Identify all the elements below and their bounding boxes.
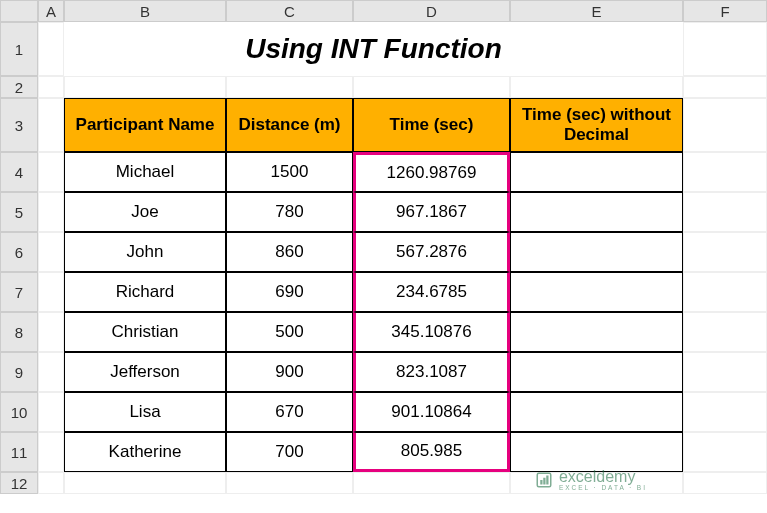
cell-F12[interactable]: [683, 472, 767, 494]
cell-B2[interactable]: [64, 76, 226, 98]
row-header-6[interactable]: 6: [0, 232, 38, 272]
cell-A1[interactable]: [38, 22, 64, 76]
cell-D8[interactable]: 345.10876: [353, 312, 510, 352]
cell-A2[interactable]: [38, 76, 64, 98]
col-header-B[interactable]: B: [64, 0, 226, 22]
cell-E4[interactable]: [510, 152, 683, 192]
col-header-A[interactable]: A: [38, 0, 64, 22]
cell-F11[interactable]: [683, 432, 767, 472]
cell-D2[interactable]: [353, 76, 510, 98]
cell-D10[interactable]: 901.10864: [353, 392, 510, 432]
row-header-8[interactable]: 8: [0, 312, 38, 352]
cell-B4[interactable]: Michael: [64, 152, 226, 192]
cell-F1[interactable]: [683, 22, 767, 76]
cell-E12[interactable]: [510, 472, 683, 494]
col-header-C[interactable]: C: [226, 0, 353, 22]
cell-C6[interactable]: 860: [226, 232, 353, 272]
cell-A8[interactable]: [38, 312, 64, 352]
cell-C4[interactable]: 1500: [226, 152, 353, 192]
cell-F3[interactable]: [683, 98, 767, 152]
table-header-name[interactable]: Participant Name: [64, 98, 226, 152]
cell-C10[interactable]: 670: [226, 392, 353, 432]
cell-E9[interactable]: [510, 352, 683, 392]
cell-D11[interactable]: 805.985: [353, 432, 510, 472]
table-header-time[interactable]: Time (sec): [353, 98, 510, 152]
cell-C5[interactable]: 780: [226, 192, 353, 232]
row-header-1[interactable]: 1: [0, 22, 38, 76]
cell-A6[interactable]: [38, 232, 64, 272]
cell-D7[interactable]: 234.6785: [353, 272, 510, 312]
cell-F2[interactable]: [683, 76, 767, 98]
cell-F9[interactable]: [683, 352, 767, 392]
cell-A11[interactable]: [38, 432, 64, 472]
table-header-distance[interactable]: Distance (m): [226, 98, 353, 152]
row-header-7[interactable]: 7: [0, 272, 38, 312]
cell-B6[interactable]: John: [64, 232, 226, 272]
cell-B10[interactable]: Lisa: [64, 392, 226, 432]
cell-C7[interactable]: 690: [226, 272, 353, 312]
cell-F8[interactable]: [683, 312, 767, 352]
cell-E8[interactable]: [510, 312, 683, 352]
cell-C2[interactable]: [226, 76, 353, 98]
row-header-10[interactable]: 10: [0, 392, 38, 432]
cell-A5[interactable]: [38, 192, 64, 232]
cell-B7[interactable]: Richard: [64, 272, 226, 312]
cell-D6[interactable]: 567.2876: [353, 232, 510, 272]
row-header-5[interactable]: 5: [0, 192, 38, 232]
cell-D9[interactable]: 823.1087: [353, 352, 510, 392]
cell-A9[interactable]: [38, 352, 64, 392]
cell-C12[interactable]: [226, 472, 353, 494]
cell-F10[interactable]: [683, 392, 767, 432]
row-header-4[interactable]: 4: [0, 152, 38, 192]
row-header-3[interactable]: 3: [0, 98, 38, 152]
cell-D12[interactable]: [353, 472, 510, 494]
row-header-9[interactable]: 9: [0, 352, 38, 392]
select-all-corner[interactable]: [0, 0, 38, 22]
cell-D4[interactable]: 1260.98769: [353, 152, 510, 192]
cell-D5[interactable]: 967.1867: [353, 192, 510, 232]
col-header-E[interactable]: E: [510, 0, 683, 22]
cell-E6[interactable]: [510, 232, 683, 272]
cell-A7[interactable]: [38, 272, 64, 312]
cell-A10[interactable]: [38, 392, 64, 432]
row-header-12[interactable]: 12: [0, 472, 38, 494]
cell-A4[interactable]: [38, 152, 64, 192]
spreadsheet-grid: A B C D E F 1 Using INT Function 2 3 Par…: [0, 0, 767, 494]
row-header-2[interactable]: 2: [0, 76, 38, 98]
cell-A12[interactable]: [38, 472, 64, 494]
col-header-F[interactable]: F: [683, 0, 767, 22]
cell-E5[interactable]: [510, 192, 683, 232]
cell-C11[interactable]: 700: [226, 432, 353, 472]
cell-C9[interactable]: 900: [226, 352, 353, 392]
row-header-11[interactable]: 11: [0, 432, 38, 472]
cell-B8[interactable]: Christian: [64, 312, 226, 352]
cell-F6[interactable]: [683, 232, 767, 272]
cell-B12[interactable]: [64, 472, 226, 494]
cell-F5[interactable]: [683, 192, 767, 232]
cell-F7[interactable]: [683, 272, 767, 312]
cell-E10[interactable]: [510, 392, 683, 432]
cell-B5[interactable]: Joe: [64, 192, 226, 232]
cell-F4[interactable]: [683, 152, 767, 192]
col-header-D[interactable]: D: [353, 0, 510, 22]
table-header-nodec[interactable]: Time (sec) without Decimal: [510, 98, 683, 152]
cell-B11[interactable]: Katherine: [64, 432, 226, 472]
cell-C8[interactable]: 500: [226, 312, 353, 352]
cell-B9[interactable]: Jefferson: [64, 352, 226, 392]
cell-A3[interactable]: [38, 98, 64, 152]
cell-E7[interactable]: [510, 272, 683, 312]
cell-E2[interactable]: [510, 76, 683, 98]
cell-E11[interactable]: [510, 432, 683, 472]
page-title[interactable]: Using INT Function: [64, 22, 683, 76]
